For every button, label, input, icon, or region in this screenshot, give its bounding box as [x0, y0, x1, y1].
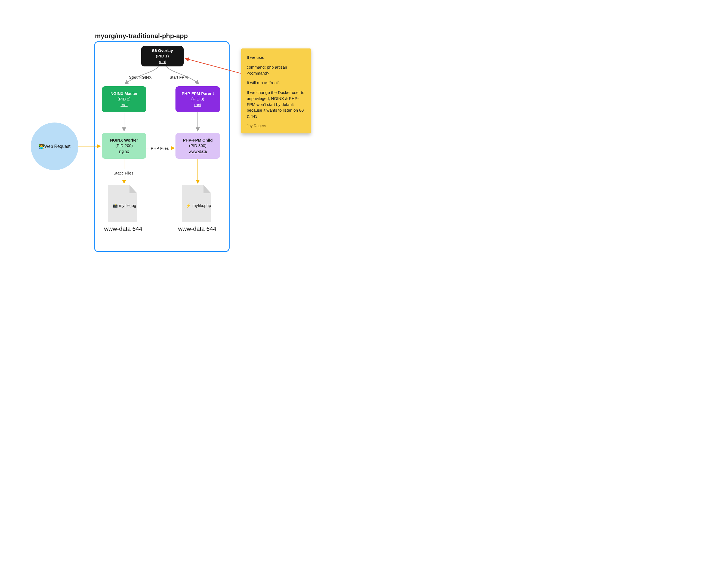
web-request: 👩‍💻 Web Request	[31, 122, 78, 170]
user-icon: 👩‍💻	[39, 144, 44, 149]
diagram-stage: myorg/my-traditional-php-app S6 Overlay …	[0, 0, 364, 284]
node-pid: (PID 3)	[191, 96, 204, 102]
node-user: root	[121, 102, 128, 107]
node-title: PHP-FPM Child	[183, 137, 212, 143]
node-fpm-child: PHP-FPM Child (PID 300) www-data	[175, 133, 220, 159]
node-user: www-data	[189, 149, 207, 154]
file-php-owner: www-data 644	[174, 225, 220, 232]
file-jpg-owner: www-data 644	[100, 225, 146, 232]
node-title: S6 Overlay	[152, 48, 173, 53]
file-jpg-label: 📸 myfile.jpg	[113, 203, 136, 208]
node-s6-overlay: S6 Overlay (PID 1) root	[141, 46, 184, 66]
edge-label-static-files: Static Files	[113, 171, 133, 175]
node-nginx-worker: NGINX Worker (PID 200) nginx	[102, 133, 146, 159]
sticky-note: If we use: command: php artisan <command…	[241, 48, 311, 133]
note-line: If we change the Docker user to unprivil…	[247, 90, 306, 119]
node-pid: (PID 2)	[118, 96, 131, 102]
note-line: If we use:	[247, 54, 306, 60]
camera-icon: 📸	[113, 203, 118, 208]
edge-label-php-files: PHP Files	[151, 146, 169, 150]
file-php-label: ⚡ myfile.php	[186, 203, 211, 208]
node-user: nginx	[119, 149, 129, 154]
node-title: NGINX Worker	[110, 137, 138, 143]
note-signature: Jay Rogers	[247, 123, 306, 128]
node-pid: (PID 200)	[115, 143, 133, 148]
node-pid: (PID 1)	[156, 53, 169, 59]
node-user: root	[194, 102, 201, 107]
edge-label-start-fpm: Start FPM	[169, 75, 188, 79]
node-user: root	[159, 59, 166, 64]
bolt-icon: ⚡	[186, 203, 191, 208]
node-pid: (PID 300)	[189, 143, 206, 148]
node-fpm-parent: PHP-FPM Parent (PID 3) root	[175, 86, 220, 112]
node-nginx-master: NGINX Master (PID 2) root	[102, 86, 146, 112]
container-title: myorg/my-traditional-php-app	[95, 32, 188, 40]
note-line: It will run as “root”.	[247, 80, 306, 86]
edge-label-start-nginx: Start NGINX	[129, 75, 152, 79]
node-title: PHP-FPM Parent	[182, 91, 214, 96]
web-request-label: Web Request	[44, 144, 70, 149]
note-line: command: php artisan <command>	[247, 64, 306, 76]
node-title: NGINX Master	[110, 91, 138, 96]
file-php-name: myfile.php	[191, 203, 211, 208]
file-jpg-name: myfile.jpg	[118, 203, 136, 208]
